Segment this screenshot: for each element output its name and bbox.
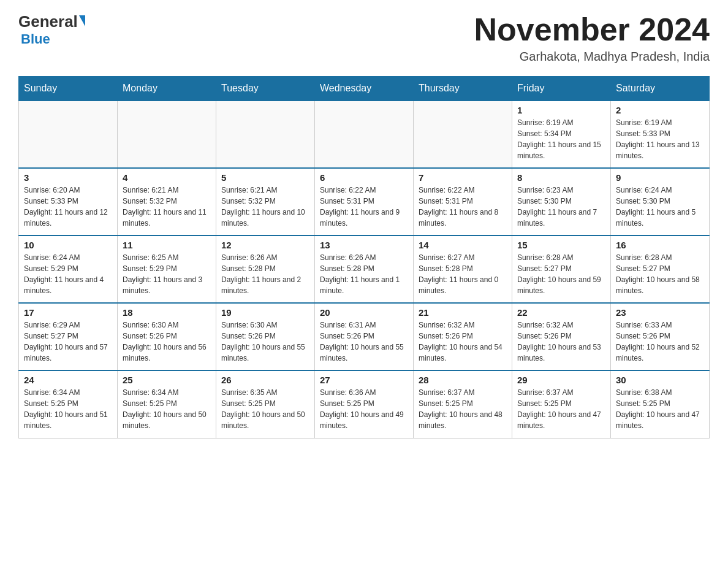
day-info: Sunrise: 6:37 AM Sunset: 5:25 PM Dayligh… <box>419 387 507 431</box>
day-info: Sunrise: 6:26 AM Sunset: 5:28 PM Dayligh… <box>221 252 309 296</box>
day-info: Sunrise: 6:29 AM Sunset: 5:27 PM Dayligh… <box>24 320 112 364</box>
day-number: 18 <box>123 307 211 318</box>
day-info: Sunrise: 6:28 AM Sunset: 5:27 PM Dayligh… <box>517 252 605 296</box>
calendar-cell: 1Sunrise: 6:19 AM Sunset: 5:34 PM Daylig… <box>512 101 611 168</box>
calendar-cell: 14Sunrise: 6:27 AM Sunset: 5:28 PM Dayli… <box>414 236 512 303</box>
day-number: 17 <box>24 307 112 318</box>
calendar-cell: 6Sunrise: 6:22 AM Sunset: 5:31 PM Daylig… <box>315 168 414 236</box>
day-info: Sunrise: 6:27 AM Sunset: 5:28 PM Dayligh… <box>419 252 507 296</box>
calendar-cell: 26Sunrise: 6:35 AM Sunset: 5:25 PM Dayli… <box>216 370 315 438</box>
day-number: 12 <box>221 240 309 250</box>
calendar-cell: 21Sunrise: 6:32 AM Sunset: 5:26 PM Dayli… <box>414 303 512 370</box>
day-info: Sunrise: 6:24 AM Sunset: 5:29 PM Dayligh… <box>24 252 112 296</box>
calendar-cell: 19Sunrise: 6:30 AM Sunset: 5:26 PM Dayli… <box>216 303 315 370</box>
day-info: Sunrise: 6:33 AM Sunset: 5:26 PM Dayligh… <box>616 320 704 364</box>
calendar-cell: 10Sunrise: 6:24 AM Sunset: 5:29 PM Dayli… <box>19 236 118 303</box>
day-number: 26 <box>221 375 309 385</box>
day-info: Sunrise: 6:34 AM Sunset: 5:25 PM Dayligh… <box>123 387 211 431</box>
day-number: 6 <box>320 172 408 183</box>
day-number: 22 <box>517 307 605 318</box>
day-number: 7 <box>419 172 507 183</box>
day-header-wednesday: Wednesday <box>315 77 414 101</box>
week-row-4: 17Sunrise: 6:29 AM Sunset: 5:27 PM Dayli… <box>19 303 710 370</box>
day-number: 3 <box>24 172 112 183</box>
day-info: Sunrise: 6:24 AM Sunset: 5:30 PM Dayligh… <box>616 185 704 229</box>
day-number: 28 <box>419 375 507 385</box>
day-info: Sunrise: 6:38 AM Sunset: 5:25 PM Dayligh… <box>616 387 704 431</box>
day-info: Sunrise: 6:21 AM Sunset: 5:32 PM Dayligh… <box>221 185 309 229</box>
day-number: 4 <box>123 172 211 183</box>
day-info: Sunrise: 6:34 AM Sunset: 5:25 PM Dayligh… <box>24 387 112 431</box>
day-number: 9 <box>616 172 704 183</box>
day-header-thursday: Thursday <box>414 77 512 101</box>
logo-triangle-icon <box>79 15 85 26</box>
day-number: 10 <box>24 240 112 250</box>
calendar-cell <box>118 101 216 168</box>
day-info: Sunrise: 6:36 AM Sunset: 5:25 PM Dayligh… <box>320 387 408 431</box>
day-info: Sunrise: 6:25 AM Sunset: 5:29 PM Dayligh… <box>123 252 211 296</box>
calendar-cell: 23Sunrise: 6:33 AM Sunset: 5:26 PM Dayli… <box>611 303 710 370</box>
calendar-cell: 12Sunrise: 6:26 AM Sunset: 5:28 PM Dayli… <box>216 236 315 303</box>
day-number: 16 <box>616 240 704 250</box>
calendar-cell: 28Sunrise: 6:37 AM Sunset: 5:25 PM Dayli… <box>414 370 512 438</box>
title-section: November 2024 Garhakota, Madhya Pradesh,… <box>474 12 710 64</box>
calendar-cell: 17Sunrise: 6:29 AM Sunset: 5:27 PM Dayli… <box>19 303 118 370</box>
day-info: Sunrise: 6:32 AM Sunset: 5:26 PM Dayligh… <box>419 320 507 364</box>
day-info: Sunrise: 6:19 AM Sunset: 5:34 PM Dayligh… <box>517 117 605 161</box>
day-header-monday: Monday <box>118 77 216 101</box>
calendar-cell: 8Sunrise: 6:23 AM Sunset: 5:30 PM Daylig… <box>512 168 611 236</box>
day-info: Sunrise: 6:20 AM Sunset: 5:33 PM Dayligh… <box>24 185 112 229</box>
calendar-cell: 20Sunrise: 6:31 AM Sunset: 5:26 PM Dayli… <box>315 303 414 370</box>
day-number: 1 <box>517 105 605 115</box>
day-info: Sunrise: 6:30 AM Sunset: 5:26 PM Dayligh… <box>221 320 309 364</box>
calendar-cell: 27Sunrise: 6:36 AM Sunset: 5:25 PM Dayli… <box>315 370 414 438</box>
day-number: 14 <box>419 240 507 250</box>
day-info: Sunrise: 6:26 AM Sunset: 5:28 PM Dayligh… <box>320 252 408 296</box>
logo-blue: Blue <box>21 31 50 47</box>
calendar-cell: 18Sunrise: 6:30 AM Sunset: 5:26 PM Dayli… <box>118 303 216 370</box>
calendar-cell: 2Sunrise: 6:19 AM Sunset: 5:33 PM Daylig… <box>611 101 710 168</box>
days-header-row: SundayMondayTuesdayWednesdayThursdayFrid… <box>19 77 710 101</box>
calendar-cell: 30Sunrise: 6:38 AM Sunset: 5:25 PM Dayli… <box>611 370 710 438</box>
calendar-cell: 4Sunrise: 6:21 AM Sunset: 5:32 PM Daylig… <box>118 168 216 236</box>
calendar-cell <box>414 101 512 168</box>
week-row-2: 3Sunrise: 6:20 AM Sunset: 5:33 PM Daylig… <box>19 168 710 236</box>
day-info: Sunrise: 6:37 AM Sunset: 5:25 PM Dayligh… <box>517 387 605 431</box>
day-header-friday: Friday <box>512 77 611 101</box>
day-number: 8 <box>517 172 605 183</box>
calendar-cell: 22Sunrise: 6:32 AM Sunset: 5:26 PM Dayli… <box>512 303 611 370</box>
day-number: 20 <box>320 307 408 318</box>
location: Garhakota, Madhya Pradesh, India <box>474 50 710 64</box>
calendar-table: SundayMondayTuesdayWednesdayThursdayFrid… <box>18 76 710 439</box>
day-header-saturday: Saturday <box>611 77 710 101</box>
day-info: Sunrise: 6:28 AM Sunset: 5:27 PM Dayligh… <box>616 252 704 296</box>
calendar-cell <box>216 101 315 168</box>
calendar-cell <box>19 101 118 168</box>
day-number: 11 <box>123 240 211 250</box>
day-number: 30 <box>616 375 704 385</box>
day-number: 29 <box>517 375 605 385</box>
calendar-cell: 29Sunrise: 6:37 AM Sunset: 5:25 PM Dayli… <box>512 370 611 438</box>
day-info: Sunrise: 6:21 AM Sunset: 5:32 PM Dayligh… <box>123 185 211 229</box>
day-number: 2 <box>616 105 704 115</box>
day-number: 5 <box>221 172 309 183</box>
day-number: 27 <box>320 375 408 385</box>
day-number: 24 <box>24 375 112 385</box>
day-number: 13 <box>320 240 408 250</box>
calendar-cell: 7Sunrise: 6:22 AM Sunset: 5:31 PM Daylig… <box>414 168 512 236</box>
calendar-cell <box>315 101 414 168</box>
day-number: 19 <box>221 307 309 318</box>
day-number: 25 <box>123 375 211 385</box>
calendar-cell: 24Sunrise: 6:34 AM Sunset: 5:25 PM Dayli… <box>19 370 118 438</box>
week-row-3: 10Sunrise: 6:24 AM Sunset: 5:29 PM Dayli… <box>19 236 710 303</box>
day-info: Sunrise: 6:35 AM Sunset: 5:25 PM Dayligh… <box>221 387 309 431</box>
logo: General Blue <box>18 12 85 47</box>
day-number: 21 <box>419 307 507 318</box>
month-title: November 2024 <box>474 12 710 47</box>
calendar-cell: 11Sunrise: 6:25 AM Sunset: 5:29 PM Dayli… <box>118 236 216 303</box>
calendar-cell: 15Sunrise: 6:28 AM Sunset: 5:27 PM Dayli… <box>512 236 611 303</box>
logo-general: General <box>18 12 78 31</box>
day-info: Sunrise: 6:19 AM Sunset: 5:33 PM Dayligh… <box>616 117 704 161</box>
calendar-cell: 3Sunrise: 6:20 AM Sunset: 5:33 PM Daylig… <box>19 168 118 236</box>
day-number: 23 <box>616 307 704 318</box>
